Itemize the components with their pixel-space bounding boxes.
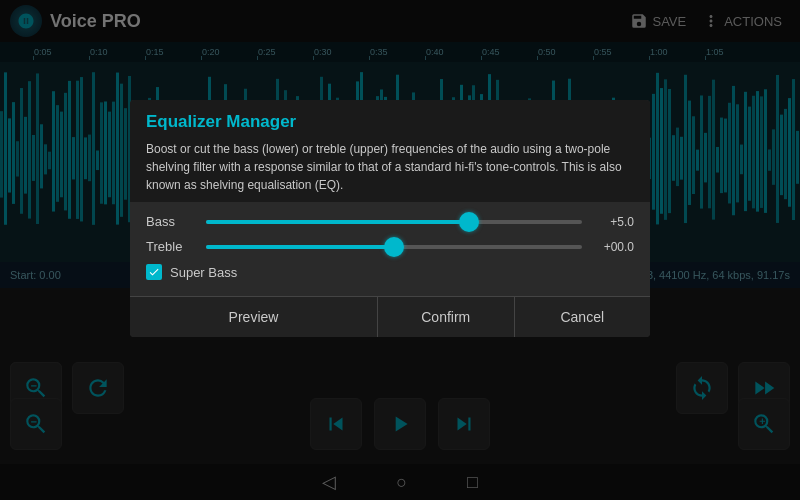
dialog-buttons: Preview Confirm Cancel <box>130 296 650 337</box>
treble-slider-track[interactable] <box>206 245 582 249</box>
bass-slider-thumb[interactable] <box>459 212 479 232</box>
treble-value: +00.0 <box>590 240 634 254</box>
treble-label: Treble <box>146 239 198 254</box>
bass-slider-fill <box>206 220 469 224</box>
bass-value: +5.0 <box>590 215 634 229</box>
cancel-button[interactable]: Cancel <box>515 297 651 337</box>
treble-slider-fill <box>206 245 394 249</box>
bass-slider-track[interactable] <box>206 220 582 224</box>
super-bass-checkbox[interactable] <box>146 264 162 280</box>
preview-button[interactable]: Preview <box>130 297 378 337</box>
dialog-description: Boost or cut the bass (lower) or treble … <box>146 140 634 194</box>
equalizer-dialog: Equalizer Manager Boost or cut the bass … <box>130 100 650 337</box>
treble-row: Treble +00.0 <box>146 239 634 254</box>
confirm-button[interactable]: Confirm <box>378 297 515 337</box>
bass-row: Bass +5.0 <box>146 214 634 229</box>
dialog-header: Equalizer Manager Boost or cut the bass … <box>130 100 650 202</box>
treble-slider-thumb[interactable] <box>384 237 404 257</box>
dialog-title: Equalizer Manager <box>146 112 634 132</box>
super-bass-label: Super Bass <box>170 265 237 280</box>
bass-label: Bass <box>146 214 198 229</box>
dialog-body: Bass +5.0 Treble +00.0 Super Bass <box>130 202 650 296</box>
super-bass-row: Super Bass <box>146 264 634 280</box>
